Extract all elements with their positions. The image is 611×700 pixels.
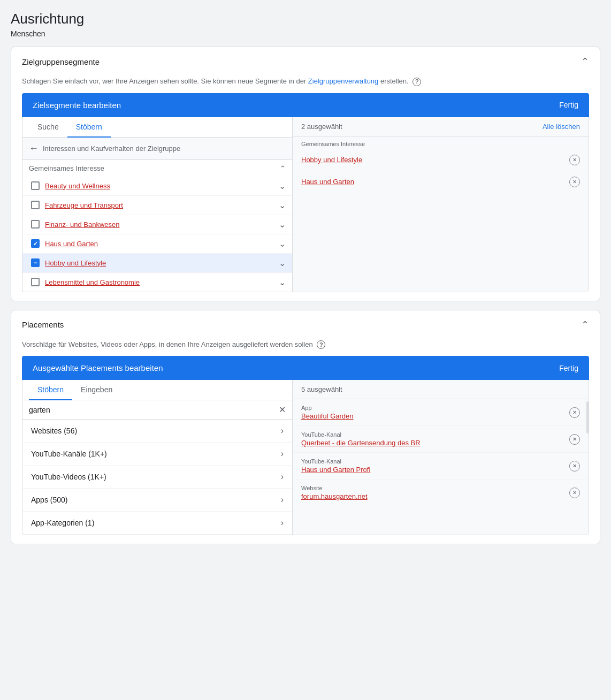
remove-forum-button[interactable]: [569, 488, 580, 498]
placement-type-yt-kanal-2: YouTube-Kanal: [301, 458, 569, 465]
placements-chevron-icon: ⌃: [581, 319, 589, 331]
placement-name-haus-garten-profi[interactable]: Haus und Garten Profi: [301, 466, 569, 474]
category-left-fahrzeuge: Fahrzeuge und Transport: [31, 201, 123, 209]
scrollbar-indicator: [586, 401, 589, 433]
zielgruppen-tabs: Suche Stöbern: [22, 117, 292, 138]
category-group-label: Gemeinsames Interesse: [29, 164, 104, 172]
chevron-down-haus-icon[interactable]: ⌄: [279, 239, 286, 249]
checkbox-finanz[interactable]: [31, 220, 40, 229]
remove-beautiful-garden-button[interactable]: [569, 407, 580, 418]
placements-fertig-button[interactable]: Fertig: [559, 364, 578, 372]
remove-haus-garten-profi-button[interactable]: [569, 461, 580, 471]
remove-hobby-button[interactable]: [569, 155, 580, 165]
placement-type-app: App: [301, 405, 569, 411]
checkbox-beauty[interactable]: [31, 181, 40, 190]
category-group-chevron-icon: ⌃: [280, 164, 286, 172]
placements-right-panel-header: 5 ausgewählt: [293, 380, 589, 399]
category-label-lebensmittel[interactable]: Lebensmittel und Gastronomie: [45, 278, 140, 286]
tab-placements-stoebern[interactable]: Stöbern: [29, 380, 72, 400]
placement-label-yt-kanaele: YouTube-Kanäle (1K+): [31, 450, 107, 458]
category-item-fahrzeuge: Fahrzeuge und Transport ⌄: [22, 196, 292, 215]
help-icon[interactable]: ?: [413, 78, 421, 86]
checkbox-haus[interactable]: [31, 239, 40, 248]
placements-tabs: Stöbern Eingeben: [22, 380, 292, 400]
chevron-down-beauty-icon[interactable]: ⌄: [279, 181, 286, 191]
chevron-right-apps-icon: ›: [281, 495, 284, 505]
category-item-haus: Haus und Garten ⌄: [22, 234, 292, 254]
tab-suche[interactable]: Suche: [29, 117, 67, 138]
selected-item-haus-label[interactable]: Haus und Garten: [301, 178, 354, 186]
clear-all-link[interactable]: Alle löschen: [543, 123, 580, 131]
breadcrumb-text: Interessen und Kaufverhalten der Zielgru…: [43, 144, 180, 153]
chevron-down-lebensmittel-icon[interactable]: ⌄: [279, 277, 286, 287]
right-section-label: Gemeinsames Interesse: [293, 136, 589, 149]
placement-name-querbeet[interactable]: Querbeet - die Gartensendung des BR: [301, 439, 569, 447]
placements-card: Placements ⌃ Vorschläge für Websites, Vi…: [11, 310, 600, 545]
zielgruppen-left-panel: Suche Stöbern ← Interessen und Kaufverha…: [22, 117, 293, 292]
category-label-fahrzeuge[interactable]: Fahrzeuge und Transport: [45, 201, 123, 209]
back-arrow-icon[interactable]: ←: [29, 143, 39, 154]
checkbox-lebensmittel[interactable]: [31, 278, 40, 286]
placements-help-icon[interactable]: ?: [317, 340, 325, 349]
placements-card-body: Vorschläge für Websites, Videos oder App…: [11, 339, 600, 544]
placements-card-header[interactable]: Placements ⌃: [11, 310, 600, 339]
placements-two-panel: Stöbern Eingeben ✕ Websites (56) › YouTu…: [22, 380, 589, 535]
chevron-down-fahrzeuge-icon[interactable]: ⌄: [279, 200, 286, 210]
tab-placements-eingeben[interactable]: Eingeben: [72, 380, 121, 400]
placement-row-yt-videos[interactable]: YouTube-Videos (1K+) ›: [22, 466, 292, 489]
selected-count: 2 ausgewählt: [301, 123, 342, 131]
tab-stoebern[interactable]: Stöbern: [67, 117, 111, 138]
remove-querbeet-button[interactable]: [569, 434, 580, 445]
selected-item-hobby-label[interactable]: Hobby und Lifestyle: [301, 156, 362, 164]
chevron-down-finanz-icon[interactable]: ⌄: [279, 219, 286, 230]
category-item-lebensmittel: Lebensmittel und Gastronomie ⌄: [22, 273, 292, 292]
placement-row-websites[interactable]: Websites (56) ›: [22, 420, 292, 443]
page-title: Ausrichtung: [11, 11, 600, 27]
placement-row-apps[interactable]: Apps (500) ›: [22, 489, 292, 512]
selected-item-hobby: Hobby und Lifestyle: [293, 149, 589, 171]
category-label-finanz[interactable]: Finanz- und Bankwesen: [45, 220, 119, 229]
placements-desc: Vorschläge für Websites, Videos oder App…: [22, 339, 589, 350]
placement-info-querbeet: YouTube-Kanal Querbeet - die Gartensendu…: [301, 431, 569, 447]
zielgruppen-desc-link[interactable]: Zielgruppenverwaltung: [308, 77, 379, 85]
page-subtitle: Menschen: [11, 29, 600, 38]
placement-selected-forum: Website forum.hausgarten.net: [293, 480, 589, 506]
placement-type-website: Website: [301, 485, 569, 491]
placement-label-websites: Websites (56): [31, 427, 77, 435]
chevron-right-app-kategorien-icon: ›: [281, 518, 284, 528]
category-item-beauty: Beauty und Wellness ⌄: [22, 177, 292, 196]
remove-haus-button[interactable]: [569, 177, 580, 187]
placements-search-clear-icon[interactable]: ✕: [279, 405, 286, 415]
category-group-header: Gemeinsames Interesse ⌃: [22, 160, 292, 177]
category-label-beauty[interactable]: Beauty und Wellness: [45, 182, 110, 190]
chevron-right-yt-kanaele-icon: ›: [281, 449, 284, 459]
checkbox-fahrzeuge[interactable]: [31, 201, 40, 209]
zielgruppen-fertig-button[interactable]: Fertig: [559, 101, 578, 109]
chevron-right-yt-videos-icon: ›: [281, 472, 284, 482]
category-label-haus[interactable]: Haus und Garten: [45, 240, 98, 248]
placement-name-beautiful-garden[interactable]: Beautiful Garden: [301, 412, 569, 420]
category-item-finanz: Finanz- und Bankwesen ⌄: [22, 215, 292, 234]
zielgruppen-right-panel: 2 ausgewählt Alle löschen Gemeinsames In…: [293, 117, 589, 292]
placements-selected-count: 5 ausgewählt: [301, 385, 342, 393]
placement-row-yt-kanaele[interactable]: YouTube-Kanäle (1K+) ›: [22, 443, 292, 466]
placements-edit-header: Ausgewählte Placements bearbeiten Fertig: [22, 356, 589, 380]
category-list: Beauty und Wellness ⌄ Fahrzeuge und Tran…: [22, 177, 292, 292]
checkbox-hobby[interactable]: [31, 258, 40, 267]
category-left-hobby: Hobby und Lifestyle: [31, 258, 106, 267]
placements-right-panel: 5 ausgewählt App Beautiful Garden YouTub…: [293, 380, 589, 535]
placements-search-input[interactable]: [29, 406, 274, 414]
placement-label-app-kategorien: App-Kategorien (1): [31, 519, 94, 527]
zielgruppen-desc-end: erstellen.: [378, 77, 408, 85]
placement-selected-beautiful-garden: App Beautiful Garden: [293, 399, 589, 426]
zielgruppen-edit-header: Zielsegmente bearbeiten Fertig: [22, 93, 589, 117]
zielgruppen-card-header[interactable]: Zielgruppensegmente ⌃: [11, 47, 600, 76]
chevron-down-hobby-icon[interactable]: ⌄: [279, 258, 286, 268]
category-label-hobby[interactable]: Hobby und Lifestyle: [45, 259, 106, 267]
selected-item-haus: Haus und Garten: [293, 171, 589, 193]
placement-info-forum: Website forum.hausgarten.net: [301, 485, 569, 500]
placements-title: Placements: [22, 320, 64, 329]
placement-row-app-kategorien[interactable]: App-Kategorien (1) ›: [22, 512, 292, 535]
category-item-hobby: Hobby und Lifestyle ⌄: [22, 254, 292, 273]
placement-name-forum[interactable]: forum.hausgarten.net: [301, 492, 569, 500]
